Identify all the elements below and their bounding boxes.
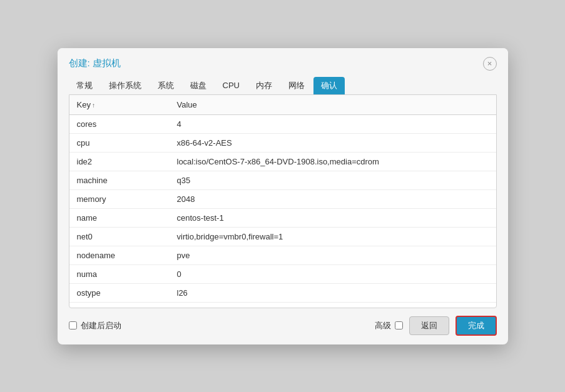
tab-CPU[interactable]: CPU [215,77,247,94]
dialog-body: Key↑ Value cores 4cpu x86-64-v2-AESide2 … [69,94,497,308]
close-button[interactable]: × [483,57,497,71]
row-value: 0 [170,264,496,283]
row-key: numa [69,264,170,283]
row-value: local:iso/CentOS-7-x86_64-DVD-1908.iso,m… [170,152,496,171]
tab-确认[interactable]: 确认 [313,77,345,94]
row-key: cores [69,114,170,133]
summary-table-container[interactable]: Key↑ Value cores 4cpu x86-64-v2-AESide2 … [69,95,496,308]
row-value: local-lvm:32 [170,302,496,308]
table-row: name centos-test-1 [69,208,496,227]
row-key: ide2 [69,152,170,171]
col-header-value: Value [170,95,496,115]
finish-button[interactable]: 完成 [456,316,497,336]
row-value: 4 [170,114,496,133]
tab-磁盘[interactable]: 磁盘 [183,77,214,94]
row-value: x86-64-v2-AES [170,133,496,152]
row-key: machine [69,171,170,189]
advanced-area: 高级 [375,320,403,331]
table-row: ide2 local:iso/CentOS-7-x86_64-DVD-1908.… [69,152,496,171]
row-value: pve [170,246,496,264]
start-after-create-label[interactable]: 创建后启动 [69,320,121,331]
tab-系统[interactable]: 系统 [150,77,181,94]
row-key: net0 [69,227,170,246]
back-button[interactable]: 返回 [409,316,449,335]
tab-常规[interactable]: 常规 [69,77,100,94]
tab-操作系统[interactable]: 操作系统 [101,77,149,94]
row-key: name [69,208,170,227]
table-row: machine q35 [69,171,496,189]
advanced-checkbox[interactable] [395,321,403,329]
row-key: nodename [69,246,170,264]
sort-icon: ↑ [92,102,95,109]
row-key: memory [69,189,170,208]
row-key: ostype [69,283,170,302]
row-value: centos-test-1 [170,208,496,227]
advanced-label: 高级 [375,320,391,331]
row-value: l26 [170,283,496,302]
row-key: cpu [69,133,170,152]
table-row: cpu x86-64-v2-AES [69,133,496,152]
table-row: ostype l26 [69,283,496,302]
dialog-footer: 创建后启动 高级 返回 完成 [58,308,508,344]
create-vm-dialog: 创建: 虚拟机 × 常规操作系统系统磁盘CPU内存网络确认 Key↑ Value… [58,48,508,344]
tab-内存[interactable]: 内存 [248,77,280,94]
row-key: sata0 [69,302,170,308]
table-row: net0 virtio,bridge=vmbr0,firewall=1 [69,227,496,246]
table-row: cores 4 [69,114,496,133]
dialog-title: 创建: 虚拟机 [69,58,121,69]
row-value: q35 [170,171,496,189]
table-row: numa 0 [69,264,496,283]
table-row: memory 2048 [69,189,496,208]
footer-buttons: 高级 返回 完成 [375,316,497,336]
start-after-create-checkbox[interactable] [69,321,77,329]
dialog-header: 创建: 虚拟机 × [58,48,508,71]
table-row: sata0 local-lvm:32 [69,302,496,308]
summary-table: Key↑ Value cores 4cpu x86-64-v2-AESide2 … [69,95,496,308]
col-header-key: Key↑ [69,95,170,115]
table-row: nodename pve [69,246,496,264]
tab-bar: 常规操作系统系统磁盘CPU内存网络确认 [58,71,508,94]
tab-网络[interactable]: 网络 [281,77,312,94]
row-value: virtio,bridge=vmbr0,firewall=1 [170,227,496,246]
row-value: 2048 [170,189,496,208]
